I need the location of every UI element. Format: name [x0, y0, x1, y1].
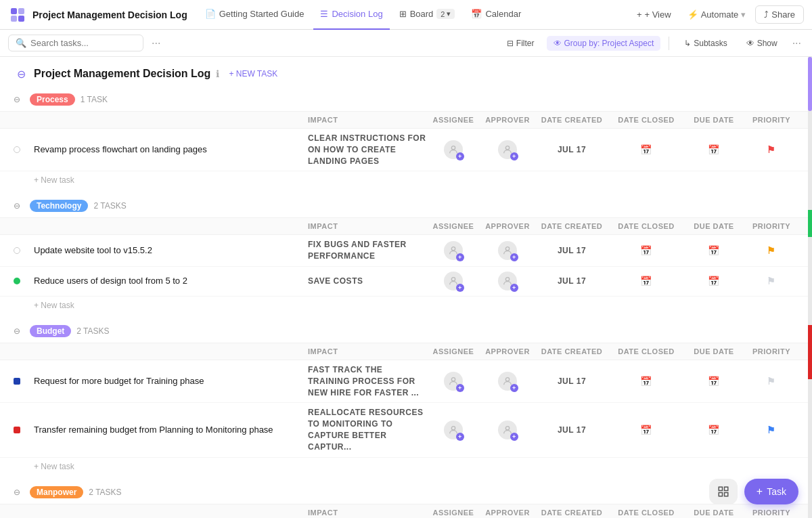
svg-rect-16 — [719, 493, 722, 496]
group-technology-header[interactable]: ⊖ Technology 2 TASKS — [0, 194, 812, 217]
search-input[interactable] — [30, 38, 125, 48]
row-check — [14, 146, 34, 153]
automate-icon: ⚡ — [687, 9, 698, 20]
group-manpower: ⊖ Manpower 2 TASKS IMPACT ASSIGNEE APPRO… — [0, 481, 812, 518]
due-date-calendar-icon: 📅 — [708, 144, 720, 155]
overflow-icon[interactable]: ··· — [790, 37, 804, 49]
approver-avatar[interactable]: + — [498, 140, 517, 159]
calendar-nav-icon: 📅 — [471, 9, 482, 19]
toolbar: 🔍 ··· ⊟ Filter 👁 Group by: Project Aspec… — [0, 30, 812, 57]
calendar-icon: 📅 — [640, 144, 652, 155]
add-task-fab[interactable]: + Task — [744, 479, 798, 504]
new-task-process-button[interactable]: + New task — [0, 171, 812, 192]
task-approver: + — [480, 140, 535, 159]
assignee-avatar[interactable]: + — [444, 420, 463, 439]
budget-count: 2 TASKS — [76, 326, 109, 336]
page-header: ⊖ Project Management Decision Log ℹ + NE… — [0, 57, 812, 88]
show-button[interactable]: 👁 Show — [740, 36, 784, 51]
assignee-avatar[interactable]: + — [444, 241, 463, 260]
collapse-icon[interactable]: ⊖ — [14, 66, 28, 81]
group-process-header[interactable]: ⊖ Process 1 TASK — [0, 88, 812, 111]
approver-avatar[interactable]: + — [498, 420, 517, 439]
technology-collapse-icon[interactable]: ⊖ — [14, 201, 24, 211]
scrollbar-thumb[interactable] — [808, 57, 812, 111]
svg-point-0 — [451, 146, 455, 150]
svg-point-9 — [505, 427, 509, 430]
add-assignee-icon[interactable]: + — [456, 433, 464, 441]
new-task-technology-button[interactable]: + New task — [0, 297, 812, 317]
add-assignee-icon[interactable]: + — [456, 253, 464, 261]
task-status-empty[interactable] — [14, 146, 20, 153]
subtasks-button[interactable]: ↳ Subtasks — [677, 36, 734, 51]
manpower-table-header: IMPACT ASSIGNEE APPROVER DATE CREATED DA… — [0, 504, 812, 518]
process-badge: Process — [30, 93, 75, 106]
group-manpower-header[interactable]: ⊖ Manpower 2 TASKS — [0, 481, 812, 504]
share-button[interactable]: ⤴ Share — [755, 5, 804, 24]
info-icon[interactable]: ℹ — [216, 68, 219, 79]
svg-point-2 — [451, 247, 455, 251]
more-options-icon[interactable]: ··· — [149, 37, 163, 49]
approver-avatar[interactable]: + — [498, 272, 517, 290]
list-icon: ☰ — [320, 9, 328, 19]
task-status-red-square[interactable] — [14, 427, 20, 433]
table-row[interactable]: Revamp process flowchart on landing page… — [0, 129, 812, 171]
group-process: ⊖ Process 1 TASK IMPACT ASSIGNEE APPROVE… — [0, 88, 812, 192]
task-date-created: Jul 17 — [535, 145, 609, 154]
process-collapse-icon[interactable]: ⊖ — [14, 95, 24, 104]
grid-view-button[interactable] — [709, 479, 738, 504]
approver-avatar[interactable]: + — [498, 241, 517, 260]
calendar-icon: 📅 — [640, 425, 652, 435]
tab-board[interactable]: ⊞ Board 2 ▾ — [392, 0, 462, 30]
table-row[interactable]: Request for more budget for Training pha… — [0, 360, 812, 403]
tab-calendar[interactable]: 📅 Calendar — [464, 0, 528, 30]
task-status-green[interactable] — [14, 278, 20, 284]
add-assignee-icon[interactable]: + — [456, 152, 464, 160]
table-row[interactable]: Update website tool to v15.5.2 Fix bugs … — [0, 235, 812, 267]
impact-col: IMPACT — [308, 116, 426, 124]
table-row[interactable]: Reduce users of design tool from 5 to 2 … — [0, 267, 812, 297]
svg-point-8 — [451, 427, 455, 430]
view-button[interactable]: + + View — [630, 6, 678, 23]
budget-collapse-icon[interactable]: ⊖ — [14, 326, 24, 336]
add-approver-icon[interactable]: + — [510, 253, 518, 261]
group-by-button[interactable]: 👁 Group by: Project Aspect — [547, 36, 661, 51]
calendar-icon: 📅 — [640, 276, 652, 286]
due-date-calendar-icon: 📅 — [708, 376, 720, 387]
assignee-avatar[interactable]: + — [444, 372, 463, 391]
manpower-collapse-icon[interactable]: ⊖ — [14, 488, 24, 497]
tab-decision-log[interactable]: ☰ Decision Log — [313, 0, 389, 30]
new-task-budget-button[interactable]: + New task — [0, 458, 812, 478]
subtasks-icon: ↳ — [684, 39, 691, 48]
task-status-dark-square[interactable] — [14, 378, 20, 385]
plus-fab-icon: + — [757, 485, 763, 498]
add-approver-icon[interactable]: + — [510, 433, 518, 441]
approver-avatar[interactable]: + — [498, 372, 517, 391]
svg-rect-14 — [719, 487, 722, 490]
add-approver-icon[interactable]: + — [510, 284, 518, 292]
chevron-down-icon: ▾ — [741, 9, 746, 20]
assignee-avatar[interactable]: + — [444, 272, 463, 290]
add-assignee-icon[interactable]: + — [456, 384, 464, 392]
group-budget-header[interactable]: ⊖ Budget 2 TASKS — [0, 320, 812, 343]
priority-flag-gray: ⚑ — [767, 276, 776, 286]
search-box[interactable]: 🔍 — [8, 35, 143, 51]
task-status-empty[interactable] — [14, 247, 20, 254]
table-row[interactable]: Transfer remaining budget from Planning … — [0, 403, 812, 457]
approver-col: APPROVER — [480, 116, 535, 124]
filter-icon: ⊟ — [507, 39, 514, 48]
automate-button[interactable]: ⚡ Automate ▾ — [681, 6, 753, 23]
due-date-calendar-icon: 📅 — [708, 245, 720, 256]
page-title: Project Management Decision Log — [34, 68, 210, 80]
add-assignee-icon[interactable]: + — [456, 284, 464, 292]
group-icon: 👁 — [554, 39, 562, 48]
svg-rect-17 — [725, 493, 728, 496]
new-task-header-button[interactable]: + NEW TASK — [225, 68, 281, 80]
group-technology: ⊖ Technology 2 TASKS IMPACT ASSIGNEE APP… — [0, 194, 812, 317]
priority-flag-gray: ⚑ — [767, 376, 776, 387]
assignee-avatar[interactable]: + — [444, 140, 463, 159]
add-approver-icon[interactable]: + — [510, 152, 518, 160]
filter-button[interactable]: ⊟ Filter — [500, 36, 541, 51]
add-approver-icon[interactable]: + — [510, 384, 518, 392]
svg-point-5 — [505, 278, 509, 281]
tab-getting-started[interactable]: 📄 Getting Started Guide — [198, 0, 311, 30]
